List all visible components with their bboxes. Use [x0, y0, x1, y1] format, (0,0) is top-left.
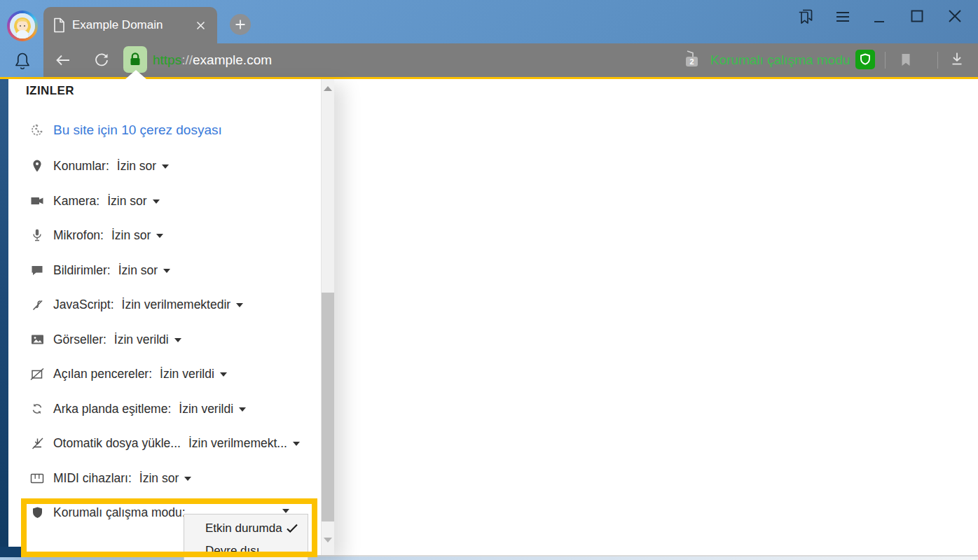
chevron-down-icon[interactable]: [239, 407, 246, 412]
chevron-down-icon[interactable]: [282, 509, 289, 513]
permission-value[interactable]: İzin sor: [118, 263, 158, 278]
midi-piano-icon: [29, 472, 45, 484]
panel-scrollbar[interactable]: [321, 79, 334, 555]
permission-row-popups[interactable]: Açılan pencereler: İzin verildi: [8, 365, 331, 383]
protect-shield-icon[interactable]: [855, 50, 875, 69]
dropdown-option-disabled[interactable]: Devre dışı: [184, 541, 308, 560]
permission-value[interactable]: İzin verilmemekt...: [188, 436, 287, 451]
permission-value[interactable]: İzin sor: [139, 471, 179, 486]
panel-title: IZINLER: [26, 84, 74, 98]
plus-icon: [235, 19, 246, 30]
location-icon: [29, 159, 45, 173]
chevron-down-icon[interactable]: [220, 372, 227, 377]
browser-tab[interactable]: Example Domain: [43, 7, 217, 43]
permission-value[interactable]: İzin sor: [107, 194, 146, 209]
javascript-blocked-icon: [29, 298, 45, 312]
protect-mode-label[interactable]: Korumalı çalışma modu: [710, 43, 850, 77]
permission-row-camera[interactable]: Kamera: İzin sor: [8, 192, 331, 210]
chevron-down-icon[interactable]: [174, 338, 181, 342]
permission-row-javascript[interactable]: JavaScript: İzin verilmemektedir: [8, 295, 331, 314]
downloads-icon[interactable]: [949, 50, 965, 69]
permission-label: Mikrofon:: [53, 228, 104, 243]
chevron-down-icon[interactable]: [156, 234, 163, 238]
tab-close-icon[interactable]: [195, 20, 206, 31]
permission-value[interactable]: İzin sor: [111, 228, 151, 243]
chevron-down-icon[interactable]: [236, 303, 243, 307]
background-sync-icon: [29, 402, 45, 415]
permission-label: Açılan pencereler:: [53, 367, 152, 382]
window-bottom-edge: [0, 555, 978, 556]
avatar-image: [10, 13, 35, 38]
desktop-wallpaper-strip: [0, 556, 978, 560]
url-scheme: https: [153, 52, 181, 68]
permission-label: Korumalı çalışma modu:: [53, 505, 186, 520]
new-tab-button[interactable]: [230, 14, 251, 35]
page-icon: [53, 18, 65, 33]
maximize-button[interactable]: [910, 9, 924, 23]
url-host: example.com: [193, 52, 272, 68]
site-permissions-panel: IZINLER Bu site için 10 çerez dosyası Ko…: [8, 79, 334, 555]
option-label: Devre dışı: [205, 544, 308, 558]
browser-window: Example Domain: [0, 0, 978, 560]
tab-title: Example Domain: [72, 18, 195, 32]
reload-icon[interactable]: [93, 52, 110, 69]
notifications-bell-icon[interactable]: [13, 51, 32, 72]
scroll-up-icon[interactable]: [324, 86, 332, 91]
notification-bubble-icon: [29, 265, 45, 276]
wallpaper-corner-edge: [0, 547, 22, 557]
chevron-down-icon[interactable]: [293, 442, 300, 446]
permission-value[interactable]: İzin verilmemektedir: [122, 298, 231, 312]
permission-label: Kamera:: [53, 194, 99, 209]
dropdown-option-enabled[interactable]: Etkin durumda: [184, 519, 308, 538]
url-separator: ://: [181, 52, 193, 68]
permission-value[interactable]: İzin verildi: [114, 332, 169, 347]
scroll-down-icon[interactable]: [324, 538, 332, 542]
permission-row-images[interactable]: Görseller: İzin verildi: [8, 330, 331, 349]
extensions-shield-icon[interactable]: 2: [677, 48, 700, 71]
permission-label: Konumlar:: [53, 159, 109, 174]
permission-row-microphone[interactable]: Mikrofon: İzin sor: [8, 226, 331, 244]
secure-lock-icon[interactable]: [123, 46, 147, 73]
url-text[interactable]: https://example.com: [153, 43, 272, 77]
permission-value[interactable]: İzin verildi: [160, 367, 214, 382]
extension-count-badge: 2: [686, 57, 698, 66]
cookies-link[interactable]: Bu site için 10 çerez dosyası: [53, 122, 222, 138]
download-blocked-icon: [29, 437, 45, 450]
scrollbar-thumb[interactable]: [322, 293, 334, 522]
permission-row-midi[interactable]: MIDI cihazları: İzin sor: [8, 469, 331, 487]
toolbar-divider: [937, 52, 938, 69]
chevron-down-icon[interactable]: [163, 269, 170, 273]
chevron-down-icon[interactable]: [162, 164, 169, 169]
permission-label: Otomatik dosya yükle...: [53, 436, 181, 451]
images-icon: [29, 334, 45, 345]
permission-row-background-sync[interactable]: Arka planda eşitleme: İzin verildi: [8, 400, 331, 418]
permission-row-notifications[interactable]: Bildirimler: İzin sor: [8, 261, 331, 279]
chevron-down-icon[interactable]: [153, 200, 160, 204]
permission-row-locations[interactable]: Konumlar: İzin sor: [8, 157, 331, 175]
permission-label: Bildirimler:: [53, 263, 111, 278]
cookies-link-row[interactable]: Bu site için 10 çerez dosyası: [29, 121, 222, 139]
bookmark-flag-icon[interactable]: [899, 52, 913, 69]
permission-row-auto-downloads[interactable]: Otomatik dosya yükle... İzin verilmemekt…: [8, 434, 331, 452]
minimize-button[interactable]: [873, 8, 886, 24]
protect-mode-dropdown: Etkin durumda Devre dışı: [184, 514, 308, 560]
panel-callout-arrow: [125, 70, 146, 79]
toolbar-divider: [885, 52, 886, 69]
menu-hamburger-icon[interactable]: [835, 10, 850, 24]
shield-icon: [29, 506, 45, 519]
check-icon: [286, 524, 298, 533]
wallpaper-left-edge: [0, 79, 8, 557]
profile-avatar[interactable]: [7, 10, 38, 41]
permission-label: Görseller:: [53, 332, 106, 347]
back-icon[interactable]: [55, 52, 71, 68]
microphone-icon: [29, 228, 45, 242]
chevron-down-icon[interactable]: [184, 477, 191, 481]
permission-label: MIDI cihazları:: [53, 471, 132, 486]
cookie-icon: [29, 123, 45, 137]
permission-value[interactable]: İzin sor: [117, 159, 156, 174]
permission-label: JavaScript:: [53, 298, 114, 312]
permission-value[interactable]: İzin verildi: [179, 402, 233, 416]
collections-panels-icon[interactable]: [796, 8, 815, 26]
camera-icon: [29, 195, 45, 206]
close-button[interactable]: [947, 8, 963, 24]
